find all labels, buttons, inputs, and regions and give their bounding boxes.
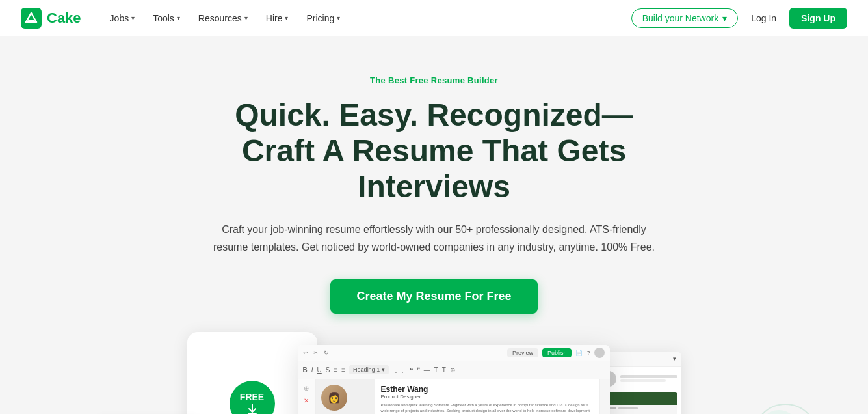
text-icon[interactable]: T	[434, 366, 438, 374]
divider-icon[interactable]: —	[424, 366, 430, 374]
resume-content: 👩 Esther Wang Product Designer 📍 Taipei,…	[316, 380, 599, 414]
ai-resume-card-1[interactable]	[601, 392, 677, 414]
editor-body: ⊕ ✕ 👩 Esther Wang Product Designer 📍 Tai…	[298, 380, 610, 414]
list-icon[interactable]: ⋮⋮	[393, 366, 406, 374]
align-left-icon[interactable]: ≡	[334, 366, 337, 374]
quote-close-icon[interactable]: ❞	[417, 366, 420, 374]
nav-item-jobs[interactable]: Jobs ▾	[102, 9, 143, 27]
ai-profile-row	[601, 371, 677, 387]
publish-button[interactable]: Publish	[542, 348, 572, 357]
nav-item-pricing[interactable]: Pricing ▾	[298, 9, 348, 27]
screenshot-area: FREE 👩 Esther Wang Product Designer 📍 Ta…	[77, 345, 792, 414]
editor-top-right: Preview Publish 📄 ?	[507, 348, 605, 358]
heading-dropdown[interactable]: Heading 1 ▾	[349, 365, 389, 374]
chevron-down-icon: ▾	[244, 14, 248, 21]
logo-icon	[21, 8, 42, 29]
nav-right: Build your Network ▾ Log In Sign Up	[631, 8, 847, 29]
brand-name: Cake	[47, 10, 81, 27]
hero-description: Craft your job-winning resume effortless…	[207, 221, 662, 256]
hero-section: The Best Free Resume Builder Quick. Easy…	[0, 36, 868, 414]
editor-toolbar: B I U S ≡ ≡ Heading 1 ▾ ⋮⋮ ❝ ❞ — T T ⊕	[298, 361, 610, 380]
nav-item-hire[interactable]: Hire ▾	[258, 9, 296, 27]
undo-icon: ↩	[303, 350, 308, 356]
deco-circle-inner	[759, 410, 798, 414]
avatar-image: 👩	[321, 385, 347, 411]
chevron-down-icon: ▾	[722, 13, 727, 23]
free-badge-label: FREE	[240, 392, 264, 402]
preview-button[interactable]: Preview	[507, 348, 538, 357]
ai-card-header-dark	[601, 392, 677, 405]
resume-left-column: 👩 Esther Wang Product Designer 📍 Taipei,…	[316, 380, 375, 414]
user-avatar	[594, 348, 605, 358]
bold-icon[interactable]: B	[303, 366, 308, 374]
editor-mockup: ↩ ✂ ↻ Preview Publish 📄 ? B I U S ≡	[298, 345, 610, 414]
deco-circle-outer	[753, 404, 818, 414]
ai-text-line1	[620, 375, 677, 378]
chevron-down-icon: ▾	[177, 14, 180, 21]
nav-item-resources[interactable]: Resources ▾	[191, 9, 256, 27]
resume-bio: Passionate and quick learning Software E…	[381, 402, 593, 414]
nav-links: Jobs ▾ Tools ▾ Resources ▾ Hire ▾ Pricin…	[102, 9, 631, 27]
text-size-icon[interactable]: T	[442, 366, 446, 374]
slice-icon: ✂	[313, 350, 319, 356]
svg-rect-1	[28, 20, 34, 21]
chevron-down-icon: ▾	[285, 14, 288, 21]
resize-handle[interactable]: ⋮	[599, 380, 610, 414]
download-icon	[246, 402, 259, 414]
ai-card-body-1	[601, 405, 677, 414]
quote-open-icon[interactable]: ❝	[410, 366, 413, 374]
chevron-down-icon: ▾	[673, 355, 676, 362]
plus-icon[interactable]: ⊕	[304, 385, 309, 392]
signup-button[interactable]: Sign Up	[789, 8, 847, 29]
underline-icon[interactable]: U	[317, 366, 322, 374]
resume-name-main: Esther Wang	[381, 385, 593, 394]
hero-subtitle: The Best Free Resume Builder	[370, 76, 498, 85]
navbar: Cake Jobs ▾ Tools ▾ Resources ▾ Hire ▾ P…	[0, 0, 868, 36]
editor-top-bar: ↩ ✂ ↻ Preview Publish 📄 ?	[298, 345, 610, 361]
align-center-icon[interactable]: ≡	[341, 366, 345, 374]
redo-icon: ↻	[324, 350, 329, 356]
pdf-icon: 📄	[575, 350, 583, 356]
resume-right-column: Esther Wang Product Designer Passionate …	[375, 380, 599, 414]
login-button[interactable]: Log In	[746, 9, 782, 27]
resume-title-main: Product Designer	[381, 394, 593, 400]
insert-icon[interactable]: ⊕	[450, 366, 455, 374]
italic-icon[interactable]: I	[311, 366, 313, 374]
create-resume-button[interactable]: Create My Resume For Free	[330, 279, 537, 314]
svg-rect-0	[21, 8, 42, 29]
help-icon: ?	[586, 350, 590, 356]
chevron-down-icon: ▾	[131, 14, 135, 21]
ai-text-line2	[620, 380, 666, 382]
nav-item-tools[interactable]: Tools ▾	[145, 9, 188, 27]
editor-sidebar: ⊕ ✕	[298, 380, 316, 414]
delete-icon[interactable]: ✕	[304, 397, 309, 404]
strikethrough-icon[interactable]: S	[326, 366, 330, 374]
build-network-button[interactable]: Build your Network ▾	[631, 8, 739, 28]
chevron-down-icon: ▾	[337, 14, 340, 21]
resume-avatar: 👩	[321, 385, 347, 411]
logo[interactable]: Cake	[21, 8, 81, 29]
hero-title: Quick. Easy. Recognized— Craft A Resume …	[207, 97, 662, 205]
